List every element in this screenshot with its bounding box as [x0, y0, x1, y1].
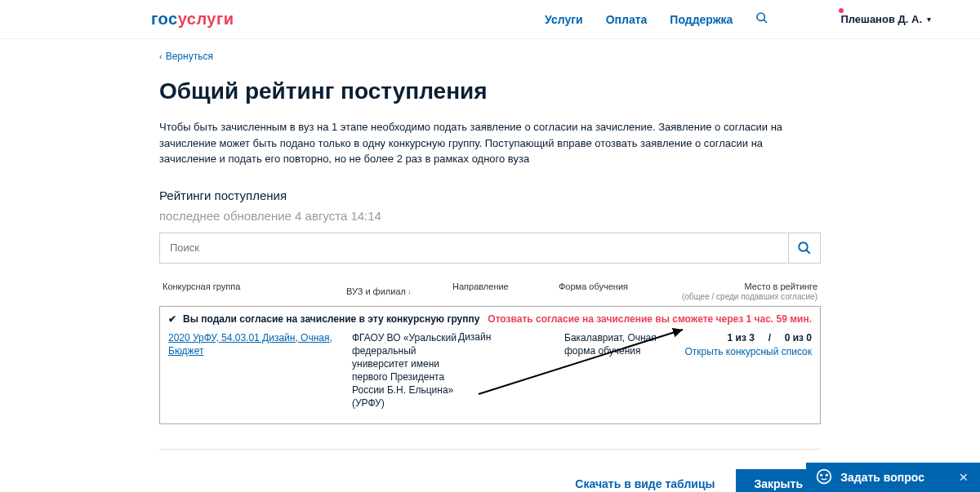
header: госуслуги Услуги Оплата Поддержка Плешан…	[0, 0, 980, 39]
user-name: Плешанов Д. А.	[840, 13, 922, 25]
divider	[159, 449, 821, 450]
close-chat-icon[interactable]: ✕	[959, 471, 969, 484]
form-text: Бакалавриат, Очная форма обучения	[564, 331, 679, 410]
col-vuz[interactable]: ВУЗ и филиал ↓	[346, 281, 452, 301]
nav-support[interactable]: Поддержка	[670, 13, 733, 26]
svg-point-6	[821, 474, 822, 476]
chevron-left-icon: ‹	[159, 51, 163, 61]
place-col: 1 из 3 / 0 из 0 Открыть конкурсный списо…	[679, 331, 812, 410]
search-icon	[797, 241, 812, 255]
group-link[interactable]: 2020 УрФУ, 54.03.01 Дизайн, Очная, Бюдже…	[168, 332, 332, 357]
main-content: ‹ Вернуться Общий рейтинг поступления Чт…	[159, 39, 821, 492]
last-updated: последнее обновление 4 августа 14:14	[159, 209, 821, 223]
back-link[interactable]: ‹ Вернуться	[159, 51, 821, 62]
nav-services[interactable]: Услуги	[545, 13, 583, 26]
col-dir: Направление	[452, 281, 559, 301]
footer-actions: Скачать в виде таблицы Закрыть	[159, 469, 821, 492]
col-form: Форма обучения	[559, 281, 673, 301]
svg-line-3	[806, 250, 810, 254]
table-header: Конкурсная группа ВУЗ и филиал ↓ Направл…	[159, 281, 821, 306]
vuz-text: ФГАОУ ВО «Уральский федеральный универси…	[352, 331, 458, 410]
user-menu[interactable]: Плешанов Д. А. ▾	[840, 13, 931, 25]
chat-ask-button[interactable]: Задать вопрос ✕	[806, 463, 980, 492]
svg-line-1	[764, 20, 767, 23]
page-title: Общий рейтинг поступления	[159, 78, 821, 104]
col-place: Место в рейтинге (общее / среди подавших…	[673, 281, 817, 301]
withdraw-countdown: Отозвать согласие на зачисление вы сможе…	[488, 313, 812, 325]
search-icon[interactable]	[755, 11, 768, 27]
chevron-down-icon: ▾	[927, 15, 931, 24]
intro-text: Чтобы быть зачисленным в вуз на 1 этапе …	[159, 119, 821, 167]
search-button[interactable]	[788, 233, 821, 264]
rating-row: ✔ Вы подали согласие на зачисление в эту…	[159, 306, 821, 424]
svg-point-0	[757, 13, 764, 20]
section-heading: Рейтинги поступления	[159, 188, 821, 202]
search-bar	[159, 233, 821, 264]
svg-point-7	[826, 474, 828, 476]
dir-text: Дизайн	[458, 331, 564, 410]
search-input[interactable]	[159, 233, 788, 264]
check-icon: ✔	[168, 313, 176, 325]
nav-pay[interactable]: Оплата	[606, 13, 648, 26]
svg-point-2	[799, 242, 808, 251]
logo[interactable]: госуслуги	[151, 10, 234, 29]
download-link[interactable]: Скачать в виде таблицы	[575, 477, 715, 490]
consent-given-text: Вы подали согласие на зачисление в эту к…	[183, 313, 479, 325]
sort-icon: ↓	[408, 287, 412, 295]
open-list-link[interactable]: Открыть конкурсный список	[684, 346, 812, 357]
col-group: Конкурсная группа	[163, 281, 346, 301]
top-nav: Услуги Оплата Поддержка Плешанов Д. А. ▾	[545, 11, 931, 27]
svg-point-5	[817, 469, 831, 483]
chat-icon	[816, 468, 832, 487]
